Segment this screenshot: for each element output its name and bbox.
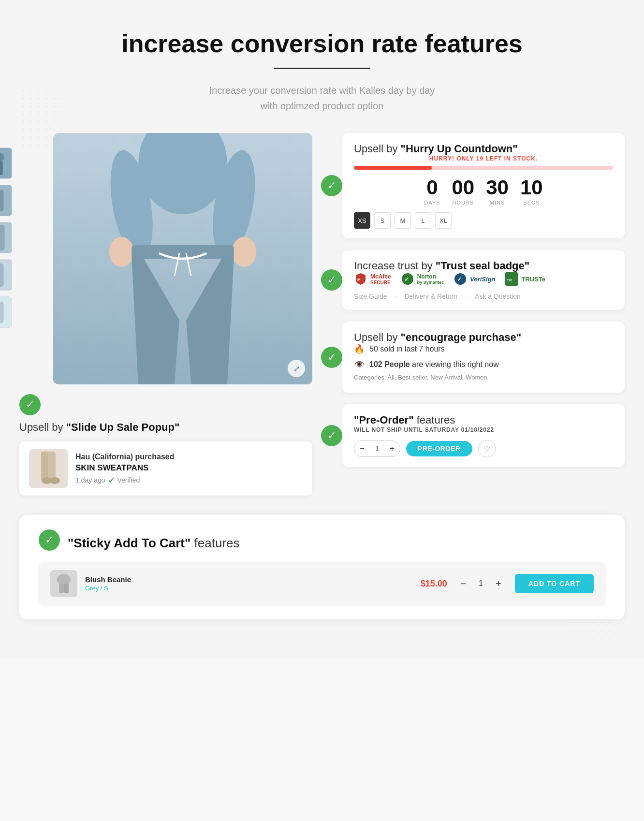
encourage-wrapper: ✓ Upsell by "encougrage purchase" 🔥 50 s…	[332, 322, 625, 393]
sticky-add-to-cart-button[interactable]: ADD TO CART	[515, 574, 594, 593]
eye-icon: 👁️	[354, 359, 365, 370]
countdown-numbers: 0 DAYS 00 HOURS 30 MINS	[354, 177, 613, 205]
trust-wrapper: ✓ Increase trust by "Trust seal badge" M	[332, 250, 625, 310]
countdown-mins: 30 MINS	[486, 177, 509, 205]
thumbnail-3[interactable]	[0, 222, 12, 253]
size-guide-link[interactable]: Size Guide	[354, 293, 387, 300]
sticky-title: "Sticky Add To Cart" features	[68, 536, 240, 551]
delivery-return-link[interactable]: Delivery & Return	[404, 293, 457, 300]
thumbnail-2[interactable]	[0, 185, 12, 216]
card-footer-links: Size Guide · Delivery & Return · Ask a Q…	[354, 293, 613, 300]
countdown-title: Upsell by "Hurry Up Countdown"	[354, 143, 613, 155]
svg-point-38	[57, 574, 71, 586]
svg-rect-27	[41, 452, 48, 481]
header-divider	[274, 68, 370, 69]
countdown-days: 0 DAYS	[424, 177, 440, 205]
product-thumbnails	[0, 147, 12, 328]
preorder-qty-minus[interactable]: −	[354, 441, 370, 456]
popup-buyer: Hau (California) purchased	[75, 453, 175, 461]
verisign-icon: ✓	[454, 272, 467, 286]
encourage-item-2: 👁️ 102 People are viewing this right now	[354, 359, 613, 370]
preorder-card: "Pre-Order" features WILL NOT SHIP UNTIL…	[342, 404, 625, 467]
preorder-qty-plus[interactable]: +	[384, 441, 400, 456]
preorder-ship-text: WILL NOT SHIP UNTIL SATURDAY 01/10/2022	[354, 426, 613, 433]
thumbnail-4[interactable]	[0, 259, 12, 291]
sticky-cart-controls: $15.00 − 1 + ADD TO CART	[421, 574, 594, 593]
sticky-qty-minus[interactable]: −	[457, 577, 470, 590]
svg-rect-3	[0, 161, 3, 175]
ask-question-link[interactable]: Ask a Question	[475, 293, 521, 300]
preorder-controls: − 1 + PRE-ORDER ♡	[354, 440, 613, 457]
svg-point-16	[109, 237, 134, 267]
slideup-popup-card: Hau (California) purchased SKIN SWEATPAN…	[19, 441, 312, 496]
preorder-title: "Pre-Order" features	[354, 414, 613, 426]
slideup-section: ✓ Upsell by "Slide Up Sale Popup"	[19, 394, 312, 496]
sticky-header-row: ✓ "Sticky Add To Cart" features	[39, 529, 605, 557]
svg-rect-9	[0, 264, 4, 287]
truste-badge: TR TRUSTe	[505, 272, 545, 286]
left-column: ⤢ ✓ Upsell by "Slide Up Sale Popup"	[19, 133, 312, 496]
page-title: increase conversion rate features	[19, 29, 625, 58]
encourage-item-1: 🔥 50 sold in last 7 hours	[354, 344, 613, 354]
popup-info: Hau (California) purchased SKIN SWEATPAN…	[75, 453, 175, 485]
svg-text:TR: TR	[507, 278, 512, 282]
preorder-qty-control: − 1 +	[354, 440, 400, 457]
stock-progress-bar	[354, 166, 613, 170]
slideup-title: Upsell by "Slide Up Sale Popup"	[19, 421, 312, 434]
trust-row: ✓ Increase trust by "Trust seal badge" M	[332, 250, 625, 310]
norton-badge: ✓ Norton by Symantec	[401, 272, 444, 286]
encourage-title: Upsell by "encougrage purchase"	[354, 331, 613, 344]
product-area: ⤢	[19, 133, 312, 384]
trust-title: Increase trust by "Trust seal badge"	[354, 260, 613, 272]
popup-product-image	[29, 449, 68, 488]
svg-rect-7	[0, 225, 5, 250]
preorder-button[interactable]: PRE-ORDER	[406, 441, 472, 456]
countdown-secs: 10 SECS	[520, 177, 543, 205]
size-options: XS S M L XL	[354, 212, 613, 229]
countdown-wrapper: ✓ Upsell by "Hurry Up Countdown" HURRY! …	[332, 133, 625, 238]
countdown-badge: ✓	[321, 175, 342, 196]
encourage-row: ✓ Upsell by "encougrage purchase" 🔥 50 s…	[332, 322, 625, 393]
svg-rect-18	[132, 245, 234, 259]
page-subtitle: Increase your conversion rate with Kalle…	[19, 83, 625, 114]
mcafee-icon: M	[354, 272, 367, 286]
sticky-product-details: Blush Beanie Grey / S	[85, 575, 131, 592]
size-xl[interactable]: XL	[435, 212, 452, 229]
sticky-product-info: Blush Beanie Grey / S	[50, 570, 131, 597]
wishlist-button[interactable]: ♡	[478, 440, 496, 457]
sticky-qty-plus[interactable]: +	[492, 577, 505, 590]
expand-button[interactable]: ⤢	[288, 360, 305, 377]
encourage-list: 🔥 50 sold in last 7 hours 👁️ 102 People …	[354, 344, 613, 370]
countdown-card: Upsell by "Hurry Up Countdown" HURRY! ON…	[342, 133, 625, 238]
size-m[interactable]: M	[395, 212, 411, 229]
svg-point-29	[49, 477, 60, 484]
svg-rect-39	[59, 584, 64, 593]
svg-text:M: M	[357, 278, 361, 282]
sticky-cart-bar: Blush Beanie Grey / S $15.00 − 1 + ADD T…	[39, 562, 605, 605]
popup-time-verified: 1 day ago ✔ Verified	[75, 476, 175, 485]
preorder-qty-value: 1	[370, 445, 384, 453]
trust-badges-row: M McAfee SECURE	[354, 272, 613, 286]
slideup-badge: ✓	[19, 394, 41, 415]
size-s[interactable]: S	[374, 212, 391, 229]
svg-text:✓: ✓	[404, 276, 409, 283]
truste-icon: TR	[505, 272, 518, 286]
category-tags: Categories: All, Best seller, New Arriva…	[354, 374, 613, 381]
countdown-hours: 00 HOURS	[452, 177, 474, 205]
right-column: ✓ Upsell by "Hurry Up Countdown" HURRY! …	[332, 133, 625, 496]
trust-card: Increase trust by "Trust seal badge" M	[342, 250, 625, 310]
verisign-badge: ✓ VeriSign	[454, 272, 495, 286]
product-main-image: ⤢	[53, 133, 312, 384]
norton-icon: ✓	[401, 272, 414, 286]
stock-progress-fill	[354, 166, 432, 170]
main-grid: ⤢ ✓ Upsell by "Slide Up Sale Popup"	[19, 133, 625, 496]
trust-badge: ✓	[321, 269, 342, 291]
size-l[interactable]: L	[415, 212, 431, 229]
svg-point-17	[232, 237, 257, 267]
sticky-product-variant: Grey / S	[85, 585, 131, 592]
size-xs[interactable]: XS	[354, 212, 370, 229]
page-header: increase conversion rate features Increa…	[19, 29, 625, 114]
thumbnail-1[interactable]	[0, 147, 12, 179]
sticky-product-name: Blush Beanie	[85, 575, 131, 584]
thumbnail-5[interactable]	[0, 296, 12, 328]
